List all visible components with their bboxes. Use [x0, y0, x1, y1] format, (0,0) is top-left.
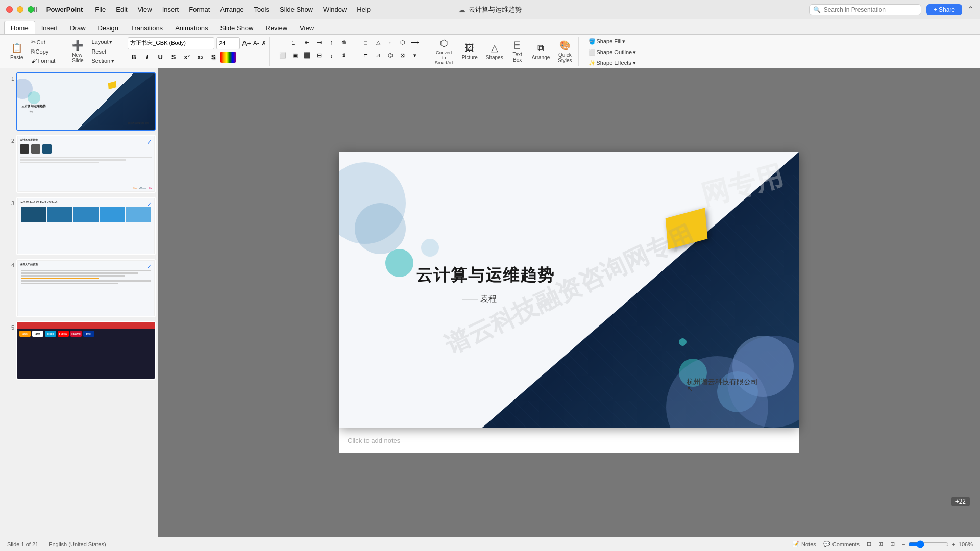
tab-animations[interactable]: Animations [169, 21, 214, 34]
share-button[interactable]: + Share [926, 4, 962, 15]
comments-button[interactable]: 💬 Comments [823, 541, 860, 547]
align-center-button[interactable]: ▣ [289, 50, 301, 61]
menu-format[interactable]: Format [185, 5, 214, 14]
text-direction-button[interactable]: ⟰ [338, 37, 350, 48]
menu-edit[interactable]: Edit [112, 5, 131, 14]
underline-button[interactable]: U [154, 51, 166, 63]
maximize-button[interactable] [28, 6, 34, 13]
slide-item-3[interactable]: 3 IaaS VS IaaS VS PaaS VS SaaS ✓ [2, 197, 156, 255]
menu-window[interactable]: Window [319, 5, 351, 14]
shape6-button[interactable]: ⊏ [360, 50, 372, 61]
shape9-button[interactable]: ⊠ [397, 50, 408, 61]
copy-button[interactable]: ⎘ Copy [29, 47, 58, 56]
shape4-button[interactable]: ⬡ [397, 37, 408, 48]
tab-insert[interactable]: Insert [35, 21, 64, 34]
tab-home[interactable]: Home [4, 21, 35, 34]
reading-view-button[interactable]: ⊡ [890, 541, 895, 547]
new-slide-button[interactable]: ➕ New Slide [68, 39, 87, 64]
notes-area[interactable]: Click to add notes [339, 428, 799, 453]
tab-draw[interactable]: Draw [64, 21, 91, 34]
slide-thumb-3[interactable]: IaaS VS IaaS VS PaaS VS SaaS ✓ [16, 197, 156, 255]
numbered-list-button[interactable]: 1≡ [289, 37, 301, 48]
menu-view[interactable]: View [134, 5, 156, 14]
slide-item-4[interactable]: 4 业界大厂的机遇 ✓ [2, 259, 156, 317]
shape3-button[interactable]: ○ [385, 37, 396, 48]
format-button[interactable]: 🖌 Format [29, 57, 58, 65]
textbox-button[interactable]: ⌸ Text Box [508, 39, 527, 64]
paragraph-spacing-button[interactable]: ⇕ [338, 50, 350, 61]
clear-format-icon[interactable]: ✗ [261, 40, 266, 47]
slide-company[interactable]: 杭州谱云科技有限公司 [687, 378, 758, 387]
tab-review[interactable]: Review [259, 21, 293, 34]
shape8-button[interactable]: ⌬ [385, 50, 396, 61]
decrease-indent-button[interactable]: ⇤ [302, 37, 313, 48]
slide-item-1[interactable]: 1 云计算与运维趋势 —— 袁程 杭州谱云科技有限公司 [2, 72, 156, 131]
shape-outline-button[interactable]: ⬜ Shape Outline ▾ [586, 48, 639, 57]
search-input[interactable] [809, 4, 921, 15]
shapes-button[interactable]: △ Shapes [483, 41, 506, 61]
zoom-slider[interactable] [908, 540, 949, 548]
subscript-button[interactable]: x₂ [194, 51, 206, 63]
slide-thumb-1[interactable]: 云计算与运维趋势 —— 袁程 杭州谱云科技有限公司 [16, 72, 156, 131]
line-spacing-button[interactable]: ↕ [326, 50, 337, 61]
slide-sorter-button[interactable]: ⊞ [878, 541, 883, 547]
font-increase-icon[interactable]: A+ [242, 39, 251, 47]
shape-effects-button[interactable]: ✨ Shape Effects ▾ [586, 59, 639, 67]
slide-thumb-5[interactable]: aws arm cisco Fujitsu Huawei Intel [16, 321, 156, 380]
normal-view-button[interactable]: ⊟ [867, 541, 871, 547]
window-controls[interactable] [6, 6, 34, 13]
shape2-button[interactable]: △ [373, 37, 384, 48]
arrange-button[interactable]: ⧉ Arrange [529, 42, 553, 61]
slide-thumb-2[interactable]: 云计算发展趋势 Sun VMware IBM [16, 135, 156, 193]
menu-insert[interactable]: Insert [158, 5, 183, 14]
slide-item-2[interactable]: 2 ★ 云计算发展趋势 Sun [2, 135, 156, 193]
slide-title[interactable]: 云计算与运维趋势 [416, 264, 555, 287]
more-shapes-button[interactable]: ▾ [409, 50, 421, 61]
menu-arrange[interactable]: Arrange [216, 5, 248, 14]
strikethrough-button[interactable]: S [167, 51, 180, 63]
slide-item-5[interactable]: 5 aws arm cisco Fujitsu Huawei Intel [2, 321, 156, 380]
picture-button[interactable]: 🖼 Picture [459, 42, 481, 61]
shape7-button[interactable]: ⊿ [373, 50, 384, 61]
menu-help[interactable]: Help [353, 5, 375, 14]
minimize-button[interactable] [17, 6, 23, 13]
superscript-button[interactable]: x² [181, 51, 193, 63]
italic-button[interactable]: I [141, 51, 153, 63]
notes-button[interactable]: 📝 Notes [792, 541, 816, 547]
increase-indent-button[interactable]: ⇥ [314, 37, 325, 48]
slide-thumb-4[interactable]: 业界大厂的机遇 ✓ [16, 259, 156, 317]
bold-button[interactable]: B [128, 51, 140, 63]
slide-canvas-main[interactable]: 网专用 谱云科技融资咨询网专用 云计算与运维趋势 —— 袁程 杭州谱云科技有限公… [339, 152, 799, 428]
cut-button[interactable]: ✂ Cut [29, 38, 58, 46]
align-right-button[interactable]: ⬛ [302, 50, 313, 61]
expand-icon[interactable]: ⌃ [967, 5, 974, 14]
menu-file[interactable]: File [91, 5, 110, 14]
zoom-out-button[interactable]: − [902, 541, 905, 547]
font-color-button[interactable] [220, 52, 236, 63]
menu-slideshow[interactable]: Slide Show [276, 5, 317, 14]
tab-design[interactable]: Design [92, 21, 125, 34]
font-decrease-icon[interactable]: A- [253, 40, 259, 47]
slide-author[interactable]: —— 袁程 [462, 294, 497, 305]
shape1-button[interactable]: □ [360, 37, 372, 48]
paste-button[interactable]: 📋 Paste [7, 41, 27, 61]
zoom-in-button[interactable]: + [952, 541, 955, 547]
tab-view[interactable]: View [293, 21, 320, 34]
align-justify-button[interactable]: ⊟ [314, 50, 325, 61]
close-button[interactable] [6, 6, 13, 13]
tab-slideshow[interactable]: Slide Show [214, 21, 259, 34]
shape5-button[interactable]: ⟶ [409, 37, 421, 48]
convert-smartart-button[interactable]: ⬡ Convert to SmartArt [431, 37, 457, 66]
bullet-list-button[interactable]: ≡ [277, 37, 288, 48]
font-size-input[interactable] [216, 37, 240, 49]
menu-tools[interactable]: Tools [250, 5, 274, 14]
align-left-button[interactable]: ⬜ [277, 50, 288, 61]
quick-styles-button[interactable]: 🎨 Quick Styles [555, 39, 575, 64]
shadow-button[interactable]: S [207, 51, 219, 63]
columns-button[interactable]: ⫿ [326, 37, 337, 48]
tab-transitions[interactable]: Transitions [125, 21, 169, 34]
layout-button[interactable]: Layout ▾ [89, 38, 117, 46]
shape-fill-button[interactable]: 🪣 Shape Fill ▾ [586, 37, 628, 46]
font-name-input[interactable] [128, 37, 214, 49]
reset-button[interactable]: Reset [89, 47, 117, 56]
